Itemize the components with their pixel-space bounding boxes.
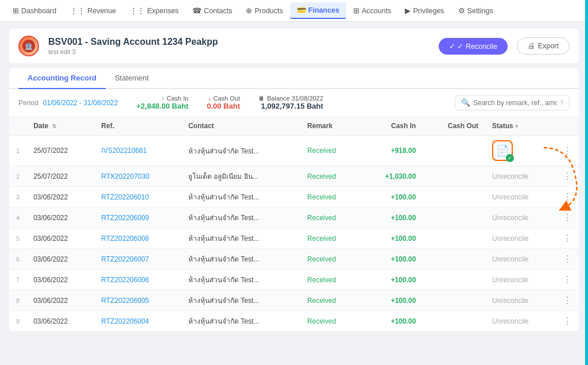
status-cell: 📄 ✓ bbox=[485, 136, 556, 166]
search-input[interactable] bbox=[473, 99, 557, 107]
more-options-button[interactable]: ⋮ bbox=[563, 295, 572, 306]
nav-finances[interactable]: 💳 Finances bbox=[290, 2, 346, 19]
table-row: 303/06/2022RTZ202206010ห้างหุ้นส่วนจำกัด… bbox=[9, 187, 579, 208]
tab-accounting-record[interactable]: Accounting Record bbox=[18, 68, 106, 89]
ref-link[interactable]: RTZ202206010 bbox=[101, 193, 149, 201]
account-title-section: BSV001 - Saving Account 1234 Peakpp test… bbox=[48, 37, 430, 55]
table-row: 803/06/2022RTZ202206005ห้างหุ้นส่วนจำกัด… bbox=[9, 290, 579, 311]
search-icon: 🔍 bbox=[461, 98, 470, 107]
account-title: BSV001 - Saving Account 1234 Peakpp bbox=[48, 37, 430, 47]
nav-privileges[interactable]: ▶ Privileges bbox=[398, 3, 451, 18]
cash-in-cell: +100.00 bbox=[360, 290, 423, 311]
contact-cell: ห้างหุ้นส่วนจำกัด Test... bbox=[181, 187, 300, 208]
ref-cell: RTZ202206007 bbox=[94, 249, 181, 270]
ref-link[interactable]: IVS202210681 bbox=[101, 147, 146, 155]
nav-settings[interactable]: ⚙ Settings bbox=[451, 3, 500, 18]
row-num-cell: 7 bbox=[9, 270, 26, 290]
ref-cell: RTZ202206004 bbox=[94, 311, 181, 332]
date-cell: 25/07/2022 bbox=[26, 166, 94, 187]
status-badge: Unreconcile bbox=[492, 255, 528, 263]
actions-cell: ⋮ bbox=[556, 228, 579, 249]
ref-cell: RTZ202206009 bbox=[94, 208, 181, 228]
table-row: 125/07/2022IVS202210681ห้างหุ้นส่วนจำกัด… bbox=[9, 136, 579, 166]
reconcile-icon-box[interactable]: 📄 ✓ bbox=[492, 140, 513, 161]
cash-out-cell bbox=[423, 228, 485, 249]
cash-in-cell: +100.00 bbox=[360, 187, 423, 208]
balance-label: 🖩 Balance 31/08/2022 bbox=[258, 95, 323, 102]
more-options-button[interactable]: ⋮ bbox=[563, 233, 572, 244]
row-num-cell: 8 bbox=[9, 290, 26, 311]
nav-contacts[interactable]: ☎ Contacts bbox=[185, 3, 239, 18]
contact-cell: ห้างหุ้นส่วนจำกัด Test... bbox=[181, 228, 300, 249]
more-options-button[interactable]: ⋮ bbox=[563, 274, 572, 285]
more-options-button[interactable]: ⋮ bbox=[563, 316, 572, 326]
more-options-button[interactable]: ⋮ bbox=[563, 191, 572, 202]
dashboard-icon: ⊞ bbox=[13, 6, 19, 15]
ref-link[interactable]: RTZ202206007 bbox=[101, 255, 149, 263]
col-actions bbox=[556, 117, 579, 136]
ref-link[interactable]: RTZ202206004 bbox=[101, 317, 149, 325]
date-sort-icon[interactable]: ⇅ bbox=[52, 123, 56, 129]
more-options-button[interactable]: ⋮ bbox=[563, 171, 572, 182]
tabs-section: Accounting Record Statement bbox=[9, 68, 579, 89]
cash-in-label: ↑ Cash In bbox=[161, 95, 188, 102]
status-cell: Unreconcile bbox=[485, 228, 556, 249]
nav-dashboard[interactable]: ⊞ Dashboard bbox=[6, 3, 63, 18]
actions-cell: ⋮ bbox=[556, 166, 579, 187]
table-container: Date ⇅ Ref. Contact Remark Cash In Cash … bbox=[9, 117, 579, 332]
actions-cell: ⋮ bbox=[556, 249, 579, 270]
more-options-button[interactable]: ⋮ bbox=[563, 212, 572, 223]
cash-out-cell bbox=[423, 208, 485, 228]
printer-icon: 🖨 bbox=[528, 42, 535, 50]
status-cell: Unreconcile bbox=[485, 311, 556, 332]
remark-cell: Received bbox=[300, 187, 360, 208]
summary-bar: Period 01/06/2022 - 31/08/2022 ↑ Cash In… bbox=[9, 89, 579, 117]
status-badge: Unreconcile bbox=[492, 276, 528, 284]
check-badge: ✓ bbox=[506, 154, 514, 162]
table-body: 125/07/2022IVS202210681ห้างหุ้นส่วนจำกัด… bbox=[9, 136, 579, 332]
contact-cell: ห้างหุ้นส่วนจำกัด Test... bbox=[181, 290, 300, 311]
balance-icon: 🖩 bbox=[258, 95, 265, 102]
reconcile-button[interactable]: ✓ ✓ Reconcile bbox=[439, 38, 507, 55]
top-nav: ⊞ Dashboard ⋮⋮ Revenue ⋮⋮ Expenses ☎ Con… bbox=[0, 0, 588, 22]
status-filter-icon[interactable]: ▾ bbox=[515, 123, 518, 129]
ref-link[interactable]: RTZ202206005 bbox=[101, 297, 149, 305]
more-options-button[interactable]: ⋮ bbox=[563, 253, 572, 264]
page-content: 🏦 BSV001 - Saving Account 1234 Peakpp te… bbox=[0, 22, 588, 339]
nav-revenue[interactable]: ⋮⋮ Revenue bbox=[63, 3, 123, 18]
col-num bbox=[9, 117, 26, 136]
cash-out-cell bbox=[423, 311, 485, 332]
tab-statement[interactable]: Statement bbox=[106, 68, 158, 89]
ref-cell: RTZ202206008 bbox=[94, 228, 181, 249]
account-header: 🏦 BSV001 - Saving Account 1234 Peakpp te… bbox=[9, 29, 579, 63]
ref-cell: RTX202207030 bbox=[94, 166, 181, 187]
ref-link[interactable]: RTZ202206009 bbox=[101, 214, 149, 222]
status-cell: Unreconcile bbox=[485, 187, 556, 208]
nav-expenses[interactable]: ⋮⋮ Expenses bbox=[123, 3, 185, 18]
more-options-button[interactable]: ⋮ bbox=[563, 145, 572, 156]
period-label: Period bbox=[18, 99, 38, 107]
search-box[interactable]: 🔍 ? bbox=[455, 95, 570, 110]
cash-in-cell: +100.00 bbox=[360, 228, 423, 249]
status-badge: Unreconcile bbox=[492, 317, 528, 325]
accounts-icon: ⊞ bbox=[353, 6, 359, 15]
ref-cell: IVS202210681 bbox=[94, 136, 181, 166]
nav-accounts[interactable]: ⊞ Accounts bbox=[346, 3, 398, 18]
nav-products[interactable]: ⊕ Products bbox=[239, 3, 289, 18]
date-cell: 03/06/2022 bbox=[26, 208, 94, 228]
cash-in-summary: ↑ Cash In +2,848.00 Baht bbox=[136, 95, 188, 110]
status-badge: Unreconcile bbox=[492, 193, 528, 201]
expenses-icon: ⋮⋮ bbox=[130, 6, 145, 15]
col-remark: Remark bbox=[300, 117, 360, 136]
actions-cell: ⋮ bbox=[556, 208, 579, 228]
arrow-up-icon: ↑ bbox=[161, 95, 165, 102]
status-badge: Unreconcile bbox=[492, 297, 528, 305]
ref-link[interactable]: RTX202207030 bbox=[101, 172, 149, 180]
contact-cell: ยูโนเด็ด อลูมิเนียม อิน... bbox=[181, 166, 300, 187]
cash-out-cell bbox=[423, 187, 485, 208]
date-cell: 03/06/2022 bbox=[26, 228, 94, 249]
ref-link[interactable]: RTZ202206008 bbox=[101, 235, 149, 243]
export-button[interactable]: 🖨 Export bbox=[517, 37, 570, 55]
ref-link[interactable]: RTZ202206006 bbox=[101, 276, 149, 284]
remark-cell: Received bbox=[300, 311, 360, 332]
